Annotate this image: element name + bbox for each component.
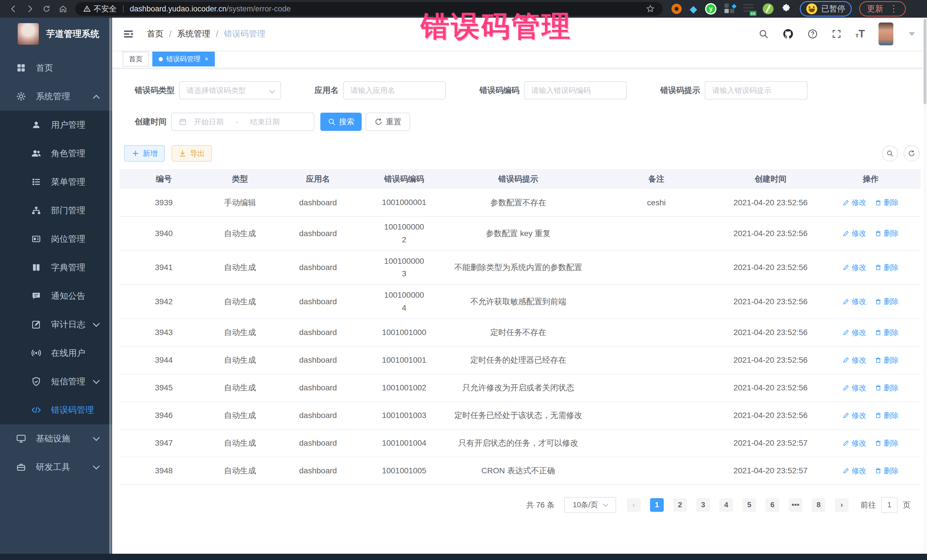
edit-link[interactable]: 修改 xyxy=(843,328,866,338)
breadcrumb-current: 错误码管理 xyxy=(224,28,265,39)
page-size-select[interactable]: 10条/页 xyxy=(564,497,616,513)
date-range-picker[interactable]: 开始日期 - 结束日期 xyxy=(171,112,314,131)
cell: 2021-04-20 23:52:56 xyxy=(720,407,821,424)
delete-link[interactable]: 删除 xyxy=(875,411,898,420)
user-avatar[interactable] xyxy=(878,23,894,46)
edit-link[interactable]: 修改 xyxy=(843,383,866,393)
browser-update-button[interactable]: 更新 ⋮ xyxy=(859,1,906,17)
chevron-down-icon[interactable] xyxy=(909,32,915,36)
sidebar-item-10[interactable]: 在线用户 xyxy=(0,339,112,367)
divider xyxy=(123,5,123,12)
browser-forward-icon[interactable] xyxy=(22,3,38,15)
edit-link[interactable]: 修改 xyxy=(843,197,866,208)
page-button-8[interactable]: 8 xyxy=(812,498,825,512)
sidebar-item-14[interactable]: 研发工具 xyxy=(0,453,112,481)
sidebar-item-5[interactable]: 部门管理 xyxy=(0,196,112,225)
page-button-5[interactable]: 5 xyxy=(742,498,756,512)
update-label: 更新 xyxy=(867,3,883,15)
chevron-down-icon xyxy=(94,436,100,442)
sidebar-item-2[interactable]: 用户管理 xyxy=(0,111,112,139)
sidebar-toggle-icon[interactable] xyxy=(122,28,134,39)
orange-extension-icon[interactable] xyxy=(672,4,682,14)
page-ellipsis[interactable]: ••• xyxy=(789,498,802,512)
close-icon[interactable]: × xyxy=(205,56,208,62)
tab-0[interactable]: 首页 xyxy=(123,52,149,67)
search-button[interactable]: 搜索 xyxy=(320,112,362,131)
prev-page-button[interactable]: ‹ xyxy=(627,498,641,512)
delete-link[interactable]: 删除 xyxy=(875,263,898,273)
placeholder-text: 请输入应用名 xyxy=(351,85,395,96)
page-button-6[interactable]: 6 xyxy=(766,498,779,512)
tab-label: 错误码管理 xyxy=(166,55,201,64)
delete-link[interactable]: 删除 xyxy=(875,355,898,365)
breadcrumb-system[interactable]: 系统管理 xyxy=(177,28,210,39)
sidebar-item-8[interactable]: 通知公告 xyxy=(0,282,112,310)
edit-link[interactable]: 修改 xyxy=(843,296,866,307)
delete-link[interactable]: 删除 xyxy=(875,296,898,307)
delete-link[interactable]: 删除 xyxy=(875,466,898,476)
gem-extension-icon[interactable]: ◆ xyxy=(690,4,697,14)
browser-back-icon[interactable] xyxy=(5,3,22,15)
github-icon[interactable] xyxy=(783,28,794,39)
browser-reload-icon[interactable] xyxy=(38,3,55,15)
page-button-2[interactable]: 2 xyxy=(673,498,687,512)
date-separator: - xyxy=(236,117,238,126)
edit-link[interactable]: 修改 xyxy=(843,263,866,273)
browser-home-icon[interactable] xyxy=(55,3,71,15)
y-extension-icon[interactable]: y xyxy=(705,3,716,15)
delete-link[interactable]: 删除 xyxy=(875,383,898,393)
search-icon[interactable] xyxy=(758,29,769,39)
edit-link[interactable]: 修改 xyxy=(843,466,866,476)
bookmark-star-icon[interactable] xyxy=(646,4,655,14)
edit-link[interactable]: 修改 xyxy=(843,411,866,420)
page-button-1[interactable]: 1 xyxy=(650,498,664,512)
filter-select[interactable]: 请选择错误码类型 xyxy=(179,81,281,100)
not-secure-warning[interactable]: 不安全 xyxy=(83,4,117,14)
sidebar-item-4[interactable]: 菜单管理 xyxy=(0,168,112,196)
export-button[interactable]: 导出 xyxy=(172,145,212,162)
page-button-3[interactable]: 3 xyxy=(696,498,710,512)
sidebar-item-9[interactable]: 审计日志 xyxy=(0,310,112,339)
refresh-table-button[interactable] xyxy=(904,146,919,161)
browser-menu-icon[interactable]: ⋮ xyxy=(889,5,898,12)
sidebar-item-12[interactable]: 错误码管理 xyxy=(0,396,112,424)
list-cn-extension-icon[interactable]: cn xyxy=(743,3,755,14)
edit-link[interactable]: 修改 xyxy=(843,228,866,238)
delete-link[interactable]: 删除 xyxy=(875,197,898,208)
tab-1[interactable]: 错误码管理× xyxy=(152,52,215,67)
profile-paused-badge[interactable]: 已暂停 xyxy=(800,1,852,17)
sidebar-item-11[interactable]: 短信管理 xyxy=(0,367,112,396)
sidebar-item-1[interactable]: 系统管理 xyxy=(0,82,112,111)
filter-input[interactable]: 请输入应用名 xyxy=(343,81,446,100)
add-button[interactable]: 新增 xyxy=(124,145,165,162)
filter-input[interactable]: 请输入错误码编码 xyxy=(524,81,627,100)
breadcrumb-home[interactable]: 首页 xyxy=(147,28,163,39)
help-icon[interactable] xyxy=(807,29,818,39)
delete-link[interactable]: 删除 xyxy=(875,228,898,238)
sidebar-item-13[interactable]: 基础设施 xyxy=(0,424,112,453)
sidebar-item-7[interactable]: 字典管理 xyxy=(0,253,112,282)
edit-link[interactable]: 修改 xyxy=(843,355,866,365)
page-scrollbar[interactable] xyxy=(923,18,927,554)
sidebar-item-3[interactable]: 角色管理 xyxy=(0,139,112,168)
reset-button[interactable]: 重置 xyxy=(366,112,410,131)
puzzle-extensions-icon[interactable] xyxy=(781,3,791,14)
extension-icons: ◆ y ◆ cn xyxy=(672,3,791,15)
filter-input[interactable]: 请输入错误码提示 xyxy=(705,81,807,100)
edit-link[interactable]: 修改 xyxy=(843,438,866,448)
green-extension-icon[interactable] xyxy=(763,3,774,14)
delete-link[interactable]: 删除 xyxy=(875,438,898,448)
goto-page-input[interactable]: 1 xyxy=(881,497,898,513)
sidebar-item-6[interactable]: 岗位管理 xyxy=(0,225,112,253)
fullscreen-icon[interactable] xyxy=(831,29,842,39)
page-button-4[interactable]: 4 xyxy=(719,498,733,512)
font-size-icon[interactable]: тT xyxy=(856,29,865,39)
app-logo-row[interactable]: 芋道管理系统 xyxy=(0,18,112,50)
sidebar-item-0[interactable]: 首页 xyxy=(0,54,112,82)
grid-extension-icon[interactable]: ◆ xyxy=(725,3,736,14)
address-bar[interactable]: 不安全 dashboard.yudao.iocoder.cn/system/er… xyxy=(75,2,663,16)
next-page-button[interactable]: › xyxy=(835,498,849,512)
delete-link[interactable]: 删除 xyxy=(875,328,898,338)
toggle-search-button[interactable] xyxy=(882,146,898,161)
url-text: dashboard.yudao.iocoder.cn/system/error-… xyxy=(130,5,291,14)
